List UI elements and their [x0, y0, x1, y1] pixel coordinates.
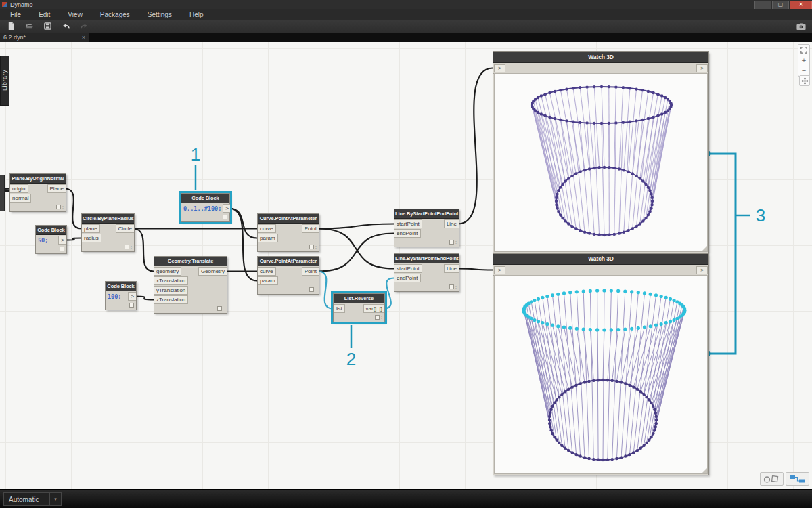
output-port-Plane[interactable]: Plane — [47, 184, 66, 193]
preview-checkbox[interactable] — [375, 315, 380, 320]
output-port-Geometry[interactable]: Geometry — [198, 267, 227, 276]
geometry-preview-button[interactable] — [760, 472, 784, 486]
node-title[interactable]: Code Block — [181, 194, 229, 203]
wire[interactable] — [458, 68, 493, 224]
node-title[interactable]: Circle.ByPlaneRadius — [82, 214, 134, 224]
node-title[interactable]: Watch 3D — [493, 52, 708, 63]
input-port-curve[interactable]: curve — [258, 267, 276, 276]
input-port-param[interactable]: param — [258, 276, 278, 285]
output-port[interactable]: > — [696, 64, 708, 72]
input-port-param[interactable]: param — [258, 234, 278, 242]
input-port-endPoint[interactable]: endPoint — [394, 229, 421, 238]
input-port-curve[interactable]: curve — [258, 224, 276, 233]
output-port-Circle[interactable]: Circle — [116, 224, 134, 233]
output-port[interactable]: > — [128, 292, 136, 301]
wire[interactable] — [318, 229, 394, 269]
node-plane[interactable]: Plane.ByOriginNormaloriginPlanenormal: — [9, 173, 66, 212]
library-flyout-tab[interactable]: Library — [0, 56, 9, 106]
wire[interactable] — [318, 234, 394, 272]
node-options-icon[interactable]: : — [315, 242, 317, 251]
menu-file[interactable]: File — [1, 9, 30, 20]
node-options-icon[interactable]: : — [223, 304, 225, 313]
input-port-zTranslation[interactable]: zTranslation — [154, 295, 188, 304]
output-port-Line[interactable]: Line — [444, 219, 459, 228]
input-port-normal[interactable]: normal — [10, 194, 31, 203]
minimize-button[interactable]: – — [754, 1, 771, 9]
preview-checkbox[interactable] — [223, 215, 227, 219]
preview-checkbox[interactable] — [309, 245, 314, 249]
input-port-yTranslation[interactable]: yTranslation — [154, 286, 188, 295]
wire[interactable] — [318, 224, 394, 229]
code-expression[interactable]: 0..1..#100; — [181, 205, 223, 212]
node-options-icon[interactable]: : — [455, 238, 457, 247]
code-expression[interactable]: 100; — [106, 293, 122, 300]
node-options-icon[interactable]: : — [455, 282, 457, 291]
output-port-var[]..[][interactable]: var[]..[] — [363, 304, 384, 313]
preview-checkbox[interactable] — [217, 306, 222, 311]
redo-button[interactable] — [79, 22, 89, 31]
node-options-icon[interactable]: : — [315, 285, 317, 294]
node-title[interactable]: Plane.ByOriginNormal — [10, 174, 66, 184]
input-port-plane[interactable]: plane — [82, 224, 100, 233]
node-cpp2[interactable]: Curve.PointAtParametercurvePointparam: — [257, 256, 319, 295]
run-mode-dropdown[interactable]: Automatic ▾ — [3, 492, 62, 506]
node-title[interactable]: Line.ByStartPointEndPoint — [394, 254, 459, 263]
node-title[interactable]: Code Block — [36, 226, 66, 235]
preview-checkbox[interactable] — [56, 205, 61, 209]
node-cb50[interactable]: Code Block50;> — [35, 225, 67, 254]
wire[interactable] — [458, 269, 493, 270]
node-options-icon[interactable]: : — [62, 203, 64, 211]
wire[interactable] — [384, 278, 394, 309]
node-title[interactable]: Code Block — [106, 282, 136, 291]
node-title[interactable]: Curve.PointAtParameter — [258, 214, 319, 224]
save-file-button[interactable] — [43, 22, 52, 31]
node-options-icon[interactable]: : — [381, 313, 382, 322]
graph-view-button[interactable] — [786, 472, 809, 486]
watch3d-viewport[interactable] — [494, 275, 708, 474]
node-title[interactable]: Line.ByStartPointEndPoint — [394, 209, 459, 219]
preview-checkbox[interactable] — [449, 240, 454, 245]
node-title[interactable]: Curve.PointAtParameter — [258, 257, 319, 266]
open-file-button[interactable] — [24, 22, 34, 31]
menu-edit[interactable]: Edit — [30, 9, 59, 20]
graph-canvas[interactable]: Plane.ByOriginNormaloriginPlanenormal:Co… — [0, 42, 812, 489]
node-cb100[interactable]: Code Block100;> — [105, 281, 137, 310]
input-port-geometry[interactable]: geometry — [154, 267, 181, 276]
wire[interactable] — [65, 189, 81, 229]
zoom-in-button[interactable]: + — [800, 57, 808, 64]
input-port-endPoint[interactable]: endPoint — [394, 274, 421, 282]
menu-view[interactable]: View — [59, 9, 91, 20]
node-line1[interactable]: Line.ByStartPointEndPointstartPointLinee… — [394, 209, 459, 247]
input-port-xTranslation[interactable]: xTranslation — [154, 276, 188, 285]
zoom-fit-button[interactable] — [800, 47, 808, 54]
input-port-startPoint[interactable]: startPoint — [394, 264, 422, 273]
preview-checkbox[interactable] — [125, 245, 129, 249]
pan-button[interactable] — [799, 75, 810, 86]
preview-checkbox[interactable] — [129, 303, 134, 308]
menu-help[interactable]: Help — [181, 9, 212, 20]
node-geot[interactable]: Geometry.TranslategeometryGeometryxTrans… — [154, 256, 227, 314]
node-title[interactable]: List.Reverse — [334, 294, 384, 303]
wire[interactable] — [229, 209, 257, 281]
preview-checkbox[interactable] — [309, 287, 314, 292]
resize-grip[interactable] — [702, 468, 707, 473]
tab-file[interactable]: 6.2.dyn* × — [0, 33, 89, 42]
tab-close-icon[interactable]: × — [82, 33, 85, 42]
new-file-button[interactable] — [6, 22, 16, 31]
wire[interactable] — [133, 229, 154, 272]
output-port[interactable]: > — [58, 236, 66, 245]
resize-grip[interactable] — [702, 246, 707, 251]
menu-packages[interactable]: Packages — [91, 9, 139, 20]
code-expression[interactable]: 50; — [36, 237, 49, 244]
node-cpp1[interactable]: Curve.PointAtParametercurvePointparam: — [257, 213, 319, 252]
wire[interactable] — [229, 209, 257, 238]
undo-button[interactable] — [61, 22, 70, 31]
close-button[interactable]: ✕ — [790, 1, 812, 9]
camera-button[interactable] — [796, 22, 806, 31]
preview-checkbox[interactable] — [449, 284, 454, 289]
maximize-button[interactable]: ▢ — [772, 1, 789, 9]
node-options-icon[interactable]: : — [131, 242, 132, 251]
node-circle[interactable]: Circle.ByPlaneRadiusplaneCircleradius: — [81, 213, 135, 252]
input-port[interactable]: > — [494, 266, 505, 274]
wire[interactable] — [318, 272, 333, 309]
